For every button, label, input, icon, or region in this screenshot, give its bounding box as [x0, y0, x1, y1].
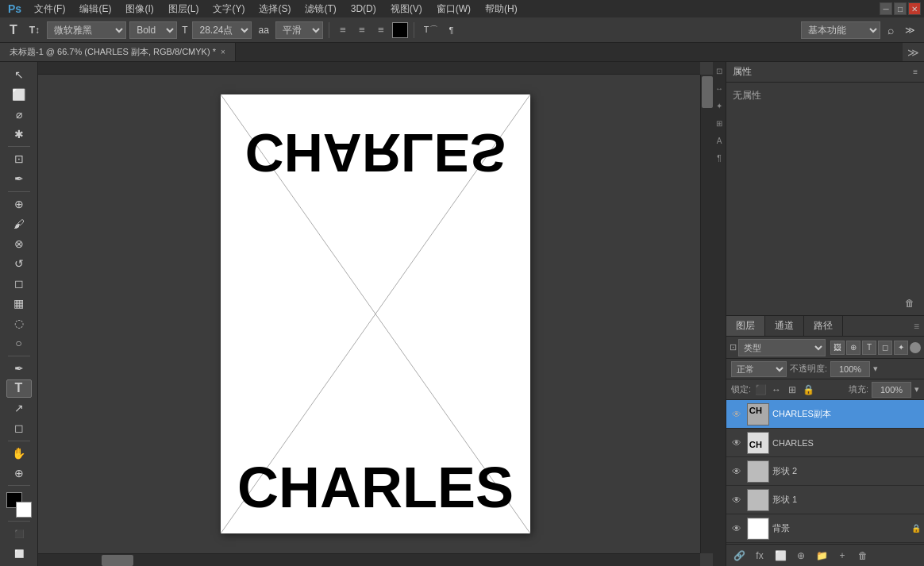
layer-mask-btn[interactable]: ⬜: [772, 548, 788, 564]
lock-move-btn[interactable]: ↔: [770, 383, 783, 396]
eyedropper-tool[interactable]: ✒: [6, 170, 32, 188]
zoom-tool[interactable]: ⊕: [6, 464, 32, 482]
panel-icon-5[interactable]: A: [714, 135, 725, 146]
properties-collapse-btn[interactable]: ≡: [913, 67, 918, 76]
crop-tool[interactable]: ⊡: [6, 150, 32, 168]
antialiasing-select[interactable]: 平滑: [275, 21, 323, 39]
foreground-background-colors[interactable]: [6, 492, 32, 518]
menu-edit[interactable]: 编辑(E): [73, 1, 117, 17]
filter-text-btn[interactable]: T: [862, 341, 876, 355]
lock-artboard-btn[interactable]: ⊞: [786, 383, 799, 396]
filter-adjust-btn[interactable]: ⊕: [846, 341, 860, 355]
close-btn[interactable]: ✕: [908, 2, 921, 15]
font-size-select[interactable]: 28.24点: [192, 21, 252, 39]
horizontal-scrollbar[interactable]: [38, 62, 700, 75]
layer-visibility-shape1[interactable]: 👁: [730, 493, 744, 507]
background-color[interactable]: [16, 502, 32, 518]
lock-all-btn[interactable]: 🔒: [802, 383, 814, 396]
blur-tool[interactable]: ◌: [6, 314, 32, 333]
path-select-tool[interactable]: ↗: [6, 399, 32, 418]
filter-smart-btn[interactable]: ✦: [894, 341, 908, 355]
align-center-btn[interactable]: ≡: [354, 22, 370, 38]
delete-btn[interactable]: 🗑: [905, 298, 918, 310]
font-family-select[interactable]: 微软雅黑: [47, 21, 126, 39]
dodge-tool[interactable]: ○: [6, 334, 32, 352]
move-tool[interactable]: ↖: [6, 65, 32, 83]
layer-item-background[interactable]: 👁 背景 🔒: [726, 514, 924, 543]
warp-text-btn[interactable]: T⌒: [420, 21, 442, 40]
layer-visibility-charles-copy[interactable]: 👁: [730, 407, 744, 422]
panel-icon-2[interactable]: ↔: [714, 83, 725, 94]
menu-view[interactable]: 视图(V): [384, 1, 429, 17]
hand-tool[interactable]: ✋: [6, 444, 32, 462]
horizontal-scrollbar-bottom[interactable]: [38, 553, 700, 566]
layer-visibility-charles[interactable]: 👁: [730, 436, 744, 450]
font-style-select[interactable]: Bold: [129, 21, 177, 39]
layer-style-btn[interactable]: fx: [752, 548, 768, 564]
panel-icon-6[interactable]: ¶: [714, 152, 725, 164]
history-brush-tool[interactable]: ↺: [6, 255, 32, 273]
menu-layer[interactable]: 图层(L): [162, 1, 206, 17]
menu-file[interactable]: 文件(F): [28, 1, 71, 17]
layer-new-btn[interactable]: +: [834, 548, 850, 564]
maximize-btn[interactable]: □: [894, 2, 907, 15]
panel-icon-4[interactable]: ⊞: [714, 117, 725, 129]
menu-3d[interactable]: 3D(D): [345, 2, 383, 16]
fill-chevron[interactable]: ▾: [914, 384, 919, 395]
menu-image[interactable]: 图像(I): [119, 1, 160, 17]
extras-btn[interactable]: ≫: [901, 21, 919, 40]
spot-heal-tool[interactable]: ⊕: [6, 195, 32, 214]
layer-adjustment-btn[interactable]: ⊕: [793, 548, 809, 564]
filter-shape-btn[interactable]: ◻: [878, 341, 892, 355]
layer-group-btn[interactable]: 📁: [814, 548, 830, 564]
filter-pixel-btn[interactable]: 🖼: [830, 341, 845, 355]
opacity-chevron[interactable]: ▾: [873, 364, 878, 374]
rectangle-select-tool[interactable]: ⬜: [6, 85, 32, 103]
menu-text[interactable]: 文字(Y): [206, 1, 251, 17]
screen-mode-btn[interactable]: ⬜: [6, 545, 32, 563]
tab-channels[interactable]: 通道: [765, 316, 804, 336]
workspace-select[interactable]: 基本功能: [801, 21, 880, 39]
align-right-btn[interactable]: ≡: [373, 22, 389, 38]
layer-item-shape1[interactable]: 👁 形状 1: [726, 486, 924, 514]
document-tab[interactable]: 未标题-1 @ 66.7% (CHARLES 副本, RGB/8/CMYK) *…: [0, 43, 236, 61]
layer-item-charles-copy[interactable]: 👁 CH CHARLES副本: [726, 400, 924, 429]
layer-visibility-shape2[interactable]: 👁: [730, 464, 744, 479]
clone-stamp-tool[interactable]: ⊗: [6, 235, 32, 253]
panel-icon-1[interactable]: ⊡: [714, 65, 725, 76]
menu-help[interactable]: 帮助(H): [479, 1, 524, 17]
menu-select[interactable]: 选择(S): [252, 1, 297, 17]
new-tab-btn[interactable]: ≫: [903, 43, 924, 61]
eraser-tool[interactable]: ◻: [6, 275, 32, 293]
menu-filter[interactable]: 滤镜(T): [298, 1, 342, 17]
fill-input[interactable]: [872, 382, 911, 398]
character-panel-btn[interactable]: ¶: [445, 21, 458, 40]
panel-menu-btn[interactable]: ≡: [909, 316, 924, 336]
lock-checkerboard-btn[interactable]: ⬛: [754, 383, 767, 396]
layer-filter-select[interactable]: 类型: [738, 339, 826, 356]
minimize-btn[interactable]: ─: [880, 2, 892, 15]
layer-link-btn[interactable]: 🔗: [731, 548, 747, 564]
lasso-tool[interactable]: ⌀: [6, 105, 32, 123]
layer-visibility-background[interactable]: 👁: [730, 522, 744, 536]
h-scroll-thumb[interactable]: [102, 555, 133, 566]
type-orientation-btn[interactable]: T↕: [25, 21, 44, 40]
layer-item-charles[interactable]: 👁 CH CHARLES: [726, 429, 924, 457]
vertical-scrollbar[interactable]: [700, 75, 713, 553]
filter-toggle-btn[interactable]: [910, 342, 921, 353]
layer-delete-btn[interactable]: 🗑: [855, 548, 871, 564]
tab-close-btn[interactable]: ×: [221, 48, 225, 56]
pen-tool[interactable]: ✒: [6, 360, 32, 378]
type-tool[interactable]: T: [6, 379, 32, 398]
quick-mask-btn[interactable]: ⬛: [6, 525, 32, 543]
gradient-tool[interactable]: ▦: [6, 295, 32, 313]
text-color-swatch[interactable]: [392, 22, 408, 38]
workspace-search-btn[interactable]: ⌕: [884, 21, 898, 40]
scroll-thumb[interactable]: [702, 76, 713, 108]
brush-tool[interactable]: 🖌: [6, 215, 32, 233]
align-left-btn[interactable]: ≡: [335, 22, 351, 38]
layer-item-shape2[interactable]: 👁 形状 2: [726, 457, 924, 486]
shape-tool[interactable]: ◻: [6, 419, 32, 437]
magic-wand-tool[interactable]: ✱: [6, 125, 32, 143]
menu-window[interactable]: 窗口(W): [430, 1, 477, 17]
